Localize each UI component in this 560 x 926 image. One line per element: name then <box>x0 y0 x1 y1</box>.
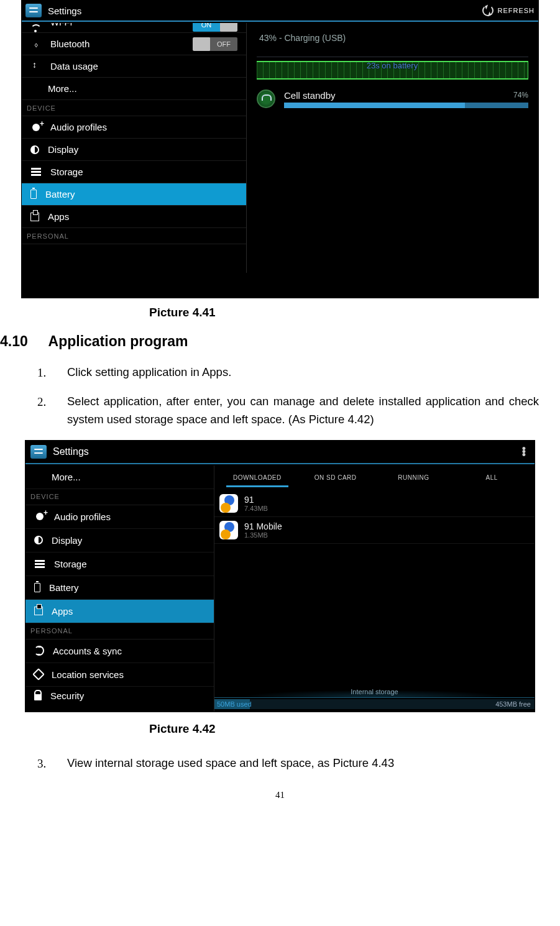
section-header-device: DEVICE <box>25 489 214 505</box>
data-usage-label: Data usage <box>50 61 98 71</box>
battery-pane: 43% - Charging (USB) 23s on battery Cell… <box>247 23 538 273</box>
app-title: Settings <box>53 446 518 457</box>
section-header-device: DEVICE <box>22 100 246 116</box>
audio-label: Audio profiles <box>50 122 107 132</box>
steps-list-a: 1. Click setting application in Apps. 2.… <box>37 364 539 429</box>
refresh-label: REFRESH <box>497 7 535 14</box>
tab-running[interactable]: RUNNING <box>375 467 453 488</box>
settings-sidebar: Wi-Fi ON ⬨ Bluetooth OFF Data usage Mor <box>22 23 247 273</box>
section-number: 4.10 <box>0 333 45 350</box>
wifi-toggle[interactable]: ON <box>193 23 237 32</box>
audio-icon <box>34 511 45 522</box>
app-icon <box>219 494 238 513</box>
section-title: Application program <box>48 333 188 349</box>
app-name: 91 <box>244 495 268 505</box>
lock-icon <box>34 694 42 700</box>
sidebar-item-storage[interactable]: Storage <box>22 161 246 183</box>
accounts-label: Accounts & sync <box>53 646 122 656</box>
battery-icon <box>30 190 37 199</box>
display-label: Display <box>48 144 78 155</box>
sidebar-item-more[interactable]: More... <box>22 78 246 100</box>
figure-caption-2: Picture 4.42 <box>149 722 560 736</box>
battery-graph-label: 23s on battery <box>257 61 528 70</box>
apps-label: Apps <box>48 211 69 222</box>
more-label: More... <box>48 83 77 94</box>
more-label: More... <box>52 472 81 482</box>
storage-title: Internal storage <box>214 688 535 695</box>
section-header-personal: PERSONAL <box>25 623 214 639</box>
app-size: 1.35MB <box>244 531 282 539</box>
app-title: Settings <box>48 6 482 16</box>
sidebar-item-audio[interactable]: Audio profiles <box>25 505 214 529</box>
app-size: 7.43MB <box>244 505 268 512</box>
sidebar-item-location[interactable]: Location services <box>25 663 214 687</box>
sidebar-item-display[interactable]: Display <box>22 139 246 161</box>
sidebar-item-more[interactable]: More... <box>25 465 214 489</box>
screenshot-apps: Settings ••• More... DEVICE Audio profil… <box>25 440 535 712</box>
app-row[interactable]: 91 Mobile 1.35MB <box>214 517 535 544</box>
sidebar-item-apps[interactable]: Apps <box>25 600 214 623</box>
step-1: 1. Click setting application in Apps. <box>37 364 539 382</box>
location-icon <box>32 668 45 681</box>
sidebar-item-data-usage[interactable]: Data usage <box>22 55 246 78</box>
steps-list-b: 3. View internal storage used space and … <box>37 754 539 772</box>
sidebar-item-battery[interactable]: Battery <box>25 576 214 600</box>
refresh-button[interactable]: REFRESH <box>482 5 535 16</box>
wifi-icon <box>30 23 42 33</box>
sidebar-item-wifi[interactable]: Wi-Fi ON <box>22 23 246 33</box>
apps-pane: DOWNLOADED ON SD CARD RUNNING ALL 91 7.4… <box>214 465 535 712</box>
toggle-thumb <box>220 23 237 32</box>
display-label: Display <box>52 535 82 546</box>
storage-footer: Internal storage 50MB used 453MB free <box>214 687 535 712</box>
toggle-off-label: OFF <box>210 37 237 51</box>
cell-standby-label: Cell standby <box>284 90 513 101</box>
refresh-icon <box>482 5 493 16</box>
step-num: 1. <box>37 364 67 382</box>
battery-consumer-row[interactable]: Cell standby 74% <box>257 89 528 108</box>
sidebar-item-accounts[interactable]: Accounts & sync <box>25 639 214 663</box>
cell-standby-pct: 74% <box>513 91 528 99</box>
app-icon <box>219 521 238 539</box>
cell-standby-fill <box>284 103 465 108</box>
storage-curve: Internal storage <box>214 687 535 698</box>
titlebar: Settings ••• <box>25 441 535 464</box>
battery-label: Battery <box>45 189 75 199</box>
sidebar-item-security[interactable]: Security <box>25 687 214 705</box>
bluetooth-toggle[interactable]: OFF <box>193 37 237 51</box>
app-list: 91 7.43MB 91 Mobile 1.35MB <box>214 490 535 687</box>
step-3: 3. View internal storage used space and … <box>37 754 539 772</box>
step-text: Select application, after enter, you can… <box>67 393 539 428</box>
section-header-personal: PERSONAL <box>22 228 246 244</box>
step-num: 3. <box>37 754 67 772</box>
section-heading: 4.10 Application program <box>0 333 560 350</box>
cell-standby-bar <box>284 103 528 108</box>
cell-standby-icon <box>257 89 275 108</box>
toggle-thumb <box>193 37 210 51</box>
tab-on-sd-card[interactable]: ON SD CARD <box>296 467 375 488</box>
settings-icon <box>30 445 47 459</box>
screenshot-battery: Settings REFRESH Wi-Fi ON ⬨ Bluetooth OF… <box>21 0 539 298</box>
sidebar-item-battery[interactable]: Battery <box>22 183 246 206</box>
display-icon <box>34 536 43 544</box>
tab-all[interactable]: ALL <box>452 467 531 488</box>
apps-icon <box>30 213 39 221</box>
battery-graph[interactable]: 23s on battery <box>257 61 528 80</box>
page-number: 41 <box>0 790 560 800</box>
sidebar-item-bluetooth[interactable]: ⬨ Bluetooth OFF <box>22 33 246 55</box>
sidebar-item-display[interactable]: Display <box>25 529 214 552</box>
step-2: 2. Select application, after enter, you … <box>37 393 539 428</box>
tab-downloaded[interactable]: DOWNLOADED <box>218 467 296 488</box>
wifi-label: Wi-Fi <box>50 23 72 27</box>
sidebar-item-apps[interactable]: Apps <box>22 206 246 228</box>
settings-icon <box>25 4 42 17</box>
data-usage-icon <box>30 61 42 72</box>
sidebar-item-audio[interactable]: Audio profiles <box>22 116 246 139</box>
bluetooth-label: Bluetooth <box>50 39 90 49</box>
step-text: View internal storage used space and lef… <box>67 754 539 772</box>
battery-icon <box>34 583 40 592</box>
app-name: 91 Mobile <box>244 521 282 531</box>
app-row[interactable]: 91 7.43MB <box>214 490 535 517</box>
storage-label: Storage <box>54 559 87 569</box>
sidebar-item-storage[interactable]: Storage <box>25 552 214 576</box>
overflow-menu-icon[interactable]: ••• <box>518 447 530 456</box>
